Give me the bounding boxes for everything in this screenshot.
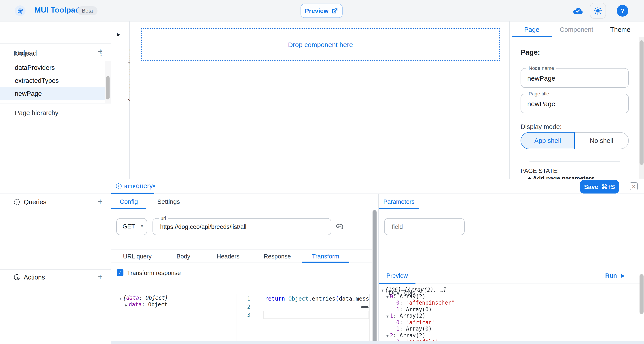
parameters-section: Parameters Preview Dev Tools Run ▶ ▼(106… bbox=[378, 194, 644, 344]
tree-row[interactable]: 0: "african" bbox=[382, 319, 454, 326]
inspector-panel: Page Component Theme Page: Node name Pag… bbox=[510, 22, 644, 179]
run-button[interactable]: Run ▶ bbox=[605, 267, 625, 284]
inspector-scrollbar[interactable] bbox=[639, 37, 644, 179]
drop-zone[interactable]: Drop component here bbox=[141, 28, 500, 61]
tree-row[interactable]: ▼2: Array(2) bbox=[382, 332, 454, 339]
page-hierarchy-label[interactable]: Page hierarchy bbox=[15, 109, 58, 116]
http-kind-label: HTTP bbox=[124, 184, 136, 189]
save-button[interactable]: Save ⌘+S bbox=[580, 180, 619, 194]
inspector-scrollbar-thumb[interactable] bbox=[640, 40, 644, 165]
tab-url-query[interactable]: URL query bbox=[111, 250, 163, 263]
request-subtabs: URL query Body Headers Response Transfor… bbox=[111, 250, 372, 262]
pages-scrollbar-thumb[interactable] bbox=[106, 76, 110, 99]
unsaved-dot-icon: ● bbox=[152, 183, 156, 189]
actions-icon bbox=[14, 274, 20, 281]
method-select[interactable]: GET ▾ bbox=[116, 218, 147, 235]
code-line-1: return Object.entries(data.messag bbox=[265, 295, 370, 303]
preview-json-tree: ▼(106) [Array(2), …] ▼0: Array(2) 0: "af… bbox=[382, 287, 454, 344]
page-state-heading: PAGE STATE: bbox=[520, 167, 559, 174]
tab-headers[interactable]: Headers bbox=[204, 250, 253, 263]
node-name-input[interactable] bbox=[527, 69, 621, 87]
drop-hint-text: Drop component here bbox=[288, 41, 353, 48]
tree-row[interactable]: ▼1: Array(2) bbox=[382, 313, 454, 319]
queries-icon bbox=[14, 199, 20, 206]
tab-response[interactable]: Response bbox=[253, 250, 302, 263]
horizontal-scrollbar-track[interactable] bbox=[111, 341, 644, 344]
app-shell-button[interactable]: App shell bbox=[520, 132, 575, 149]
pages-scrollbar[interactable] bbox=[105, 61, 111, 103]
expand-library-icon[interactable]: ▶ bbox=[117, 32, 120, 37]
query-config-section: Config Settings GET ▾ url URL query Bo bbox=[111, 194, 372, 344]
transform-code-editor[interactable]: 1 2 3 return Object.entries(data.messag bbox=[236, 294, 370, 344]
bind-link-icon[interactable] bbox=[336, 222, 344, 231]
sidebar-item-dataproviders[interactable]: dataProviders bbox=[0, 61, 105, 74]
active-tab-indicator bbox=[111, 208, 146, 209]
checkbox-checked-icon[interactable]: ✓ bbox=[117, 269, 124, 276]
add-page-parameters-button[interactable]: + Add page parameters bbox=[528, 175, 630, 179]
url-input[interactable] bbox=[160, 219, 326, 235]
preview-button[interactable]: Preview bbox=[300, 4, 342, 18]
sun-icon bbox=[594, 6, 602, 15]
tree-row[interactable]: 0: "affenpinscher" bbox=[382, 300, 454, 306]
external-link-icon bbox=[332, 8, 338, 14]
divider bbox=[0, 44, 111, 44]
parameter-name-input[interactable] bbox=[392, 219, 459, 235]
close-panel-button[interactable]: ✕ bbox=[630, 182, 638, 190]
method-value: GET bbox=[122, 223, 135, 230]
cloud-synced-icon bbox=[572, 7, 583, 15]
tree-row[interactable]: 1: Array(0) bbox=[382, 306, 454, 313]
toolpad-app: MUI Toolpad Beta Preview ? bbox=[0, 0, 644, 344]
no-shell-button[interactable]: No shell bbox=[575, 132, 629, 149]
tree-row[interactable]: ▼(106) [Array(2), …] bbox=[382, 287, 454, 293]
active-tab-indicator bbox=[302, 262, 349, 263]
theme-toggle-button[interactable] bbox=[590, 3, 606, 19]
add-action-button[interactable]: + bbox=[96, 273, 105, 282]
tab-settings[interactable]: Settings bbox=[146, 194, 191, 209]
line-number: 1 bbox=[237, 295, 250, 303]
tab-body[interactable]: Body bbox=[163, 250, 204, 263]
line-number: 2 bbox=[237, 303, 250, 311]
divider bbox=[0, 103, 111, 103]
tree-closed-icon[interactable]: ▶ bbox=[125, 303, 128, 307]
explorer-sidebar: toolpad ⋮ Pages + dataProviders extracte… bbox=[0, 22, 111, 344]
sidebar-item-newpage[interactable]: newPage bbox=[0, 87, 105, 100]
tab-parameters[interactable]: Parameters bbox=[379, 194, 419, 209]
inspector-tabs: Page Component Theme bbox=[510, 22, 644, 37]
config-tabs: Config Settings bbox=[111, 194, 372, 209]
url-field[interactable]: url bbox=[152, 218, 332, 235]
tab-http-query[interactable]: HTTP query ● bbox=[111, 179, 154, 194]
tree-row[interactable]: ▼0: Array(2) bbox=[382, 293, 454, 300]
line-number: 3 bbox=[237, 311, 250, 319]
close-icon: ✕ bbox=[632, 184, 636, 189]
config-scrollbar-thumb[interactable] bbox=[372, 210, 376, 344]
page-title-input[interactable] bbox=[527, 94, 621, 113]
active-tab-indicator bbox=[379, 208, 419, 209]
tree-row[interactable]: 1: Array(0) bbox=[382, 326, 454, 332]
help-button[interactable]: ? bbox=[617, 5, 628, 17]
add-query-button[interactable]: + bbox=[96, 198, 105, 207]
sidebar-item-extractedtypes[interactable]: extractedTypes bbox=[0, 74, 105, 87]
query-panel-header: HTTP query ● Save ⌘+S ✕ bbox=[111, 179, 644, 194]
display-mode-label: Display mode: bbox=[520, 123, 562, 130]
divider bbox=[530, 161, 620, 162]
tree-child-row[interactable]: ▶data: Object bbox=[120, 301, 168, 308]
page-title-field[interactable]: Page title bbox=[520, 94, 629, 113]
display-mode-toggle: App shell No shell bbox=[520, 132, 629, 149]
add-page-button[interactable]: + bbox=[96, 48, 105, 56]
tab-page[interactable]: Page bbox=[512, 22, 552, 37]
parameter-name-field[interactable] bbox=[384, 218, 465, 235]
preview-scrollbar-thumb[interactable] bbox=[640, 274, 644, 314]
node-name-field[interactable]: Node name bbox=[520, 68, 629, 88]
page-canvas: Drop component here bbox=[130, 22, 510, 179]
tab-component[interactable]: Component bbox=[552, 22, 601, 37]
active-tab-indicator bbox=[379, 283, 416, 284]
tab-theme[interactable]: Theme bbox=[601, 22, 640, 37]
editor-selection-mark bbox=[361, 306, 368, 308]
tree-open-icon[interactable]: ▼ bbox=[120, 296, 122, 300]
tab-preview[interactable]: Preview bbox=[379, 267, 416, 284]
tab-transform[interactable]: Transform bbox=[302, 250, 349, 263]
transform-response-label: Transform response bbox=[127, 270, 181, 276]
divider bbox=[0, 269, 111, 270]
tree-root-row[interactable]: ▼{data: Object} bbox=[120, 295, 168, 301]
tab-config[interactable]: Config bbox=[111, 194, 146, 209]
